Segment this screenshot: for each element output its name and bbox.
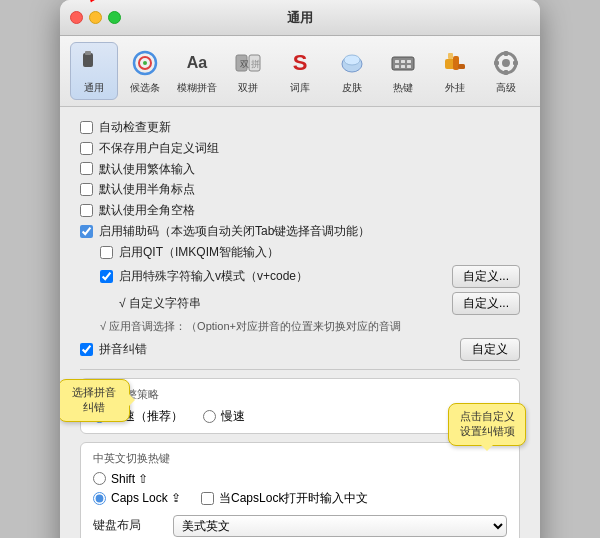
double-icon: 双 拼: [232, 47, 264, 79]
switch-shift: Shift ⇧: [93, 472, 507, 486]
freq-options: 快速（推荐） 慢速: [93, 408, 507, 425]
label-enable-special: 启用特殊字符输入v模式（v+code）: [119, 268, 308, 285]
svg-rect-24: [504, 51, 508, 56]
toolbar-item-general[interactable]: 通用: [70, 42, 118, 100]
toolbar-label-plugin: 外挂: [445, 81, 465, 95]
row-tone-select: √ 应用音调选择：（Option+对应拼音的位置来切换对应的音调: [100, 319, 520, 334]
plugin-icon: [439, 47, 471, 79]
label-pinyin-error: 拼音纠错: [99, 341, 147, 358]
custom-btn-1[interactable]: 自定义...: [452, 265, 520, 288]
toolbar-label-general: 通用: [84, 81, 104, 95]
toolbar-label-candidates: 候选条: [130, 81, 160, 95]
row-no-save-custom: 不保存用户自定义词组: [80, 140, 520, 157]
row-enable-special: 启用特殊字符输入v模式（v+code） 自定义...: [100, 265, 520, 288]
checkbox-enable-assist[interactable]: [80, 225, 93, 238]
checkbox-default-half[interactable]: [80, 183, 93, 196]
toolbar-label-dictionary: 词库: [290, 81, 310, 95]
maximize-button[interactable]: ↓: [108, 11, 121, 24]
freq-title: 频率调整策略: [93, 387, 507, 402]
toolbar-item-plugin[interactable]: 外挂: [431, 42, 479, 100]
toolbar-item-dictionary[interactable]: S 词库: [276, 42, 324, 100]
divider-1: [80, 369, 520, 370]
svg-rect-17: [407, 65, 411, 68]
svg-rect-20: [448, 53, 453, 59]
checkbox-default-full-space[interactable]: [80, 204, 93, 217]
toolbar-label-double: 双拼: [238, 81, 258, 95]
switch-section: 中英文切换热键 Shift ⇧ Caps Lock ⇪ 当CapsLock打开时…: [80, 442, 520, 538]
toolbar-item-skin[interactable]: 皮肤: [328, 42, 376, 100]
svg-rect-15: [395, 65, 399, 68]
row-default-full: 默认使用繁体输入: [80, 161, 520, 178]
keyboard-layout-row: 键盘布局 美式英文 英式英文 日文: [93, 515, 507, 537]
svg-rect-26: [494, 61, 499, 65]
svg-point-10: [344, 55, 360, 65]
checkbox-auto-update[interactable]: [80, 121, 93, 134]
toolbar-label-skin: 皮肤: [342, 81, 362, 95]
candidates-icon: [129, 47, 161, 79]
toolbar-item-hotkey[interactable]: 热键: [379, 42, 427, 100]
traffic-lights: ↓: [70, 11, 121, 24]
label-slow: 慢速: [221, 408, 245, 425]
checkbox-enable-special[interactable]: [100, 270, 113, 283]
toolbar-item-advanced[interactable]: 高级: [482, 42, 530, 100]
title-bar: ↓ 通用: [60, 0, 540, 36]
toolbar: 通用 候选条 Aa 模糊拼音 双: [60, 36, 540, 107]
skin-icon: [336, 47, 368, 79]
svg-point-23: [502, 59, 510, 67]
content-area: 自动检查更新 不保存用户自定义词组 默认使用繁体输入 默认使用半角标点 默认使用…: [60, 107, 540, 538]
radio-capslock[interactable]: [93, 492, 106, 505]
row-default-half: 默认使用半角标点: [80, 181, 520, 198]
svg-rect-14: [407, 60, 411, 63]
svg-rect-21: [458, 64, 465, 69]
callout-pinyin-text: 选择拼音纠错: [72, 386, 116, 413]
toolbar-item-fuzzy[interactable]: Aa 模糊拼音: [173, 42, 221, 100]
toolbar-item-candidates[interactable]: 候选条: [122, 42, 170, 100]
keyboard-layout-select[interactable]: 美式英文 英式英文 日文: [173, 515, 507, 537]
main-window: ↓ 通用 通用 候选条: [60, 0, 540, 538]
toolbar-label-advanced: 高级: [496, 81, 516, 95]
svg-text:双: 双: [240, 59, 249, 69]
svg-text:拼: 拼: [251, 59, 260, 69]
callout-custom: 点击自定义设置纠错项: [448, 403, 526, 446]
label-default-half: 默认使用半角标点: [99, 181, 195, 198]
checkbox-default-full[interactable]: [80, 162, 93, 175]
label-default-full: 默认使用繁体输入: [99, 161, 195, 178]
checkbox-enable-qit[interactable]: [100, 246, 113, 259]
hotkey-icon: [387, 47, 419, 79]
row-enable-assist: 启用辅助码（本选项自动关闭Tab键选择音调功能）: [80, 223, 520, 240]
svg-rect-0: [83, 53, 93, 67]
label-auto-update: 自动检查更新: [99, 119, 171, 136]
checkbox-no-save-custom[interactable]: [80, 142, 93, 155]
switch-rows: Shift ⇧ Caps Lock ⇪ 当CapsLock打开时输入中文 键盘布…: [93, 472, 507, 537]
radio-caps-row: Caps Lock ⇪: [93, 491, 181, 505]
svg-point-4: [143, 61, 147, 65]
label-custom-char: √ 自定义字符串: [119, 295, 201, 312]
svg-rect-25: [504, 70, 508, 75]
label-caps-chinese: 当CapsLock打开时输入中文: [219, 490, 368, 507]
row-pinyin-error: 拼音纠错 自定义: [80, 338, 520, 361]
label-shift: Shift ⇧: [111, 472, 148, 486]
fuzzy-icon: Aa: [181, 47, 213, 79]
label-capslock: Caps Lock ⇪: [111, 491, 181, 505]
dictionary-icon: S: [284, 47, 316, 79]
svg-rect-13: [401, 60, 405, 63]
close-button[interactable]: [70, 11, 83, 24]
general-icon: [78, 47, 110, 79]
svg-rect-12: [395, 60, 399, 63]
row-default-full-space: 默认使用全角空格: [80, 202, 520, 219]
switch-caps: Caps Lock ⇪ 当CapsLock打开时输入中文: [93, 490, 507, 507]
checkbox-caps-chinese[interactable]: [201, 492, 214, 505]
radio-slow[interactable]: [203, 410, 216, 423]
radio-shift[interactable]: [93, 472, 106, 485]
svg-rect-27: [513, 61, 518, 65]
custom-btn-error[interactable]: 自定义: [460, 338, 520, 361]
svg-rect-16: [401, 65, 405, 68]
custom-btn-2[interactable]: 自定义...: [452, 292, 520, 315]
advanced-icon: [490, 47, 522, 79]
minimize-button[interactable]: [89, 11, 102, 24]
label-tone-select: √ 应用音调选择：（Option+对应拼音的位置来切换对应的音调: [100, 319, 401, 334]
toolbar-item-double[interactable]: 双 拼 双拼: [225, 42, 273, 100]
checkbox-pinyin-error[interactable]: [80, 343, 93, 356]
row-custom-char: √ 自定义字符串 自定义...: [100, 292, 520, 315]
row-auto-update: 自动检查更新: [80, 119, 520, 136]
